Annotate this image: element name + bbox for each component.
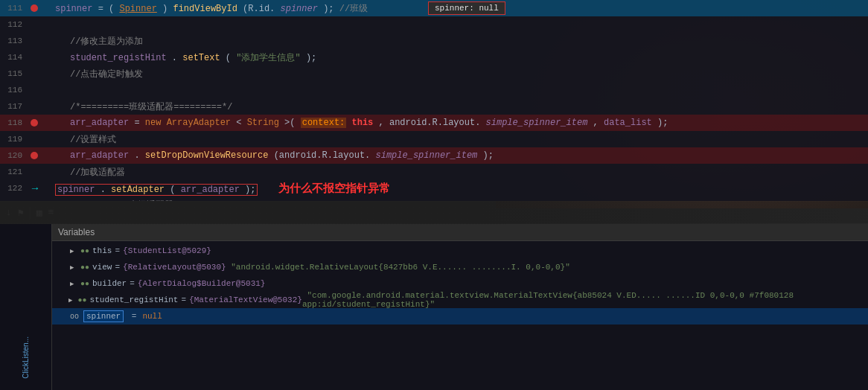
code-content-122: spinner . setAdapter ( arr_adapter ); 为什… xyxy=(40,182,868,196)
panel-title: Variables xyxy=(58,227,95,237)
breakpoint-111 xyxy=(28,4,40,12)
panel-header: Variables xyxy=(52,224,868,241)
var-equals-spinner: = xyxy=(127,312,136,321)
var-string-srh: "com.google.android.material.textview.Ma… xyxy=(302,291,868,309)
code-content-120: arr_adapter . setDropDownViewResource (a… xyxy=(40,150,868,161)
var-icon-view: ●● xyxy=(80,263,89,272)
var-name-this: this xyxy=(92,246,112,255)
code-content-119: //设置样式 xyxy=(40,133,868,146)
breakpoint-120 xyxy=(28,152,40,159)
var-name-spinner: spinner xyxy=(83,310,124,322)
breakpoint-122: → xyxy=(28,182,40,194)
line-number: 119 xyxy=(0,135,28,144)
code-content-115: //点击确定时触发 xyxy=(40,68,868,80)
left-sidebar: ClickListen... xyxy=(0,224,52,390)
var-equals-srh: = xyxy=(181,295,186,304)
line-number: 111 xyxy=(0,4,28,13)
code-line-123: 123 /*=========班级适配器 end=========*/ xyxy=(0,196,868,201)
code-content-123: /*=========班级适配器 end=========*/ xyxy=(40,199,868,202)
code-content-114: student_registHint . setText ( "添加学生信息" … xyxy=(40,51,868,64)
tooltip-spinner-null: spinner: null xyxy=(428,1,505,15)
line-number: 116 xyxy=(0,86,28,95)
var-row-spinner[interactable]: oo spinner = null xyxy=(52,308,868,325)
var-value-builder: {AlertDialog$Builder@5031} xyxy=(138,279,266,288)
var-equals-builder: = xyxy=(130,279,135,288)
arrow-builder: ▶ xyxy=(70,280,80,288)
arrow-this: ▶ xyxy=(70,247,80,255)
code-line-120: 120 arr_adapter . setDropDownViewResourc… xyxy=(0,147,868,164)
line-number: 122 xyxy=(0,184,28,193)
line-number: 112 xyxy=(0,20,28,29)
var-row-builder[interactable]: ▶ ●● builder = {AlertDialog$Builder@5031… xyxy=(52,275,868,292)
line-number: 120 xyxy=(0,151,28,160)
var-row-this[interactable]: ▶ ●● this = {StudentList@5029} xyxy=(52,243,868,259)
code-line-116: 116 xyxy=(0,82,868,98)
variables-list: ▶ ●● this = {StudentList@5029} ▶ ●● view… xyxy=(52,241,868,326)
var-row-view[interactable]: ▶ ●● view = {RelativeLayout@5030} "andro… xyxy=(52,259,868,275)
code-line-117: 117 /*=========班级适配器=========*/ xyxy=(0,98,868,115)
code-line-122: 122 → spinner . setAdapter ( arr_adapter… xyxy=(0,180,868,196)
var-string-view: "android.widget.RelativeLayout{8427bb6 V… xyxy=(226,263,570,272)
code-editor: 111 spinner = ( Spinner ) findViewById (… xyxy=(0,0,868,201)
code-content-117: /*=========班级适配器=========*/ xyxy=(40,100,868,113)
var-row-student-regist-hint[interactable]: ▶ ●● student_registHint = {MaterialTextV… xyxy=(52,292,868,308)
sidebar-label: ClickListen... xyxy=(22,336,30,379)
line-number: 115 xyxy=(0,69,28,78)
var-name-srh: student_registHint xyxy=(90,295,179,304)
line-number: 117 xyxy=(0,102,28,111)
line-number: 113 xyxy=(0,36,28,45)
annotation-text: 为什么不报空指针异常 xyxy=(278,182,390,194)
var-equals-view: = xyxy=(115,263,120,272)
var-name-view: view xyxy=(92,263,112,272)
var-value-this: {StudentList@5029} xyxy=(123,246,211,255)
code-line-121: 121 //加载适配器 xyxy=(0,164,868,180)
arrow-srh: ▶ xyxy=(68,296,78,304)
code-content-113: //修改主题为添加 xyxy=(40,35,868,48)
var-icon-builder: ●● xyxy=(80,280,89,288)
code-line-113: 113 //修改主题为添加 xyxy=(0,33,868,49)
no-arrow-spinner: oo xyxy=(70,313,80,321)
line-number: 118 xyxy=(0,118,28,127)
code-content-118: arr_adapter = new ArrayAdapter < String … xyxy=(40,118,868,128)
arrow-view: ▶ xyxy=(70,263,80,272)
var-value-view: {RelativeLayout@5030} xyxy=(123,263,226,272)
arrow-indicator: → xyxy=(32,182,38,194)
line-number: 114 xyxy=(0,53,28,62)
line-number: 121 xyxy=(0,167,28,176)
code-line-115: 115 //点击确定时触发 xyxy=(0,65,868,82)
var-value-srh: {MaterialTextView@5032} xyxy=(189,295,302,304)
code-line-111: 111 spinner = ( Spinner ) findViewById (… xyxy=(0,0,868,16)
var-icon-srh: ●● xyxy=(78,296,87,304)
variables-panel: Variables ▶ ●● this = {StudentList@5029}… xyxy=(52,224,868,390)
var-icon-this: ●● xyxy=(80,247,89,255)
breakpoint-118 xyxy=(28,119,40,127)
bottom-panel: ClickListen... Variables ▶ ●● this = {St… xyxy=(0,224,868,390)
code-content-121: //加载适配器 xyxy=(40,166,868,179)
code-line-119: 119 //设置样式 xyxy=(0,131,868,147)
code-line-114: 114 student_registHint . setText ( "添加学生… xyxy=(0,49,868,65)
var-name-builder: builder xyxy=(92,279,127,288)
code-line-112: 112 xyxy=(0,16,868,33)
highlight-box: spinner . setAdapter ( arr_adapter ); xyxy=(55,184,258,196)
code-line-118: 118 arr_adapter = new ArrayAdapter < Str… xyxy=(0,115,868,131)
line-number: 123 xyxy=(0,200,28,201)
var-equals-this: = xyxy=(115,246,120,255)
var-value-spinner: null xyxy=(142,312,162,321)
